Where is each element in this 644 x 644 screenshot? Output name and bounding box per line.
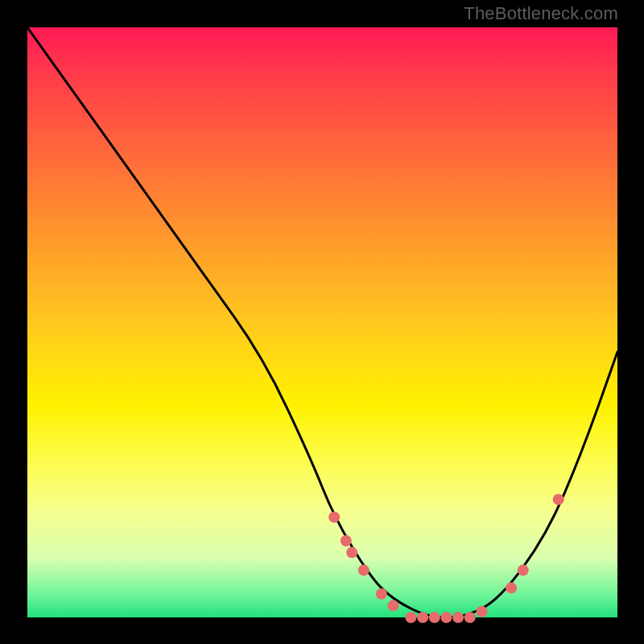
data-marker	[358, 564, 369, 576]
data-marker	[476, 606, 487, 617]
bottleneck-curve	[27, 27, 617, 617]
data-marker	[328, 511, 340, 522]
data-marker	[429, 612, 440, 623]
watermark-text: TheBottleneck.com	[464, 3, 618, 24]
chart-frame: TheBottleneck.com	[0, 0, 644, 644]
data-marker	[464, 612, 476, 623]
data-marker	[440, 612, 452, 623]
data-marker	[387, 600, 398, 611]
data-marker	[518, 564, 529, 576]
curve-layer	[27, 27, 617, 617]
data-marker	[417, 612, 428, 623]
plot-area	[27, 27, 617, 617]
data-marker	[452, 612, 464, 623]
data-marker	[346, 547, 357, 558]
data-marker	[376, 588, 387, 600]
data-marker	[553, 493, 564, 505]
data-marker	[405, 612, 416, 623]
data-marker	[506, 582, 517, 593]
chart-svg	[27, 27, 617, 617]
data-marker	[341, 535, 352, 547]
